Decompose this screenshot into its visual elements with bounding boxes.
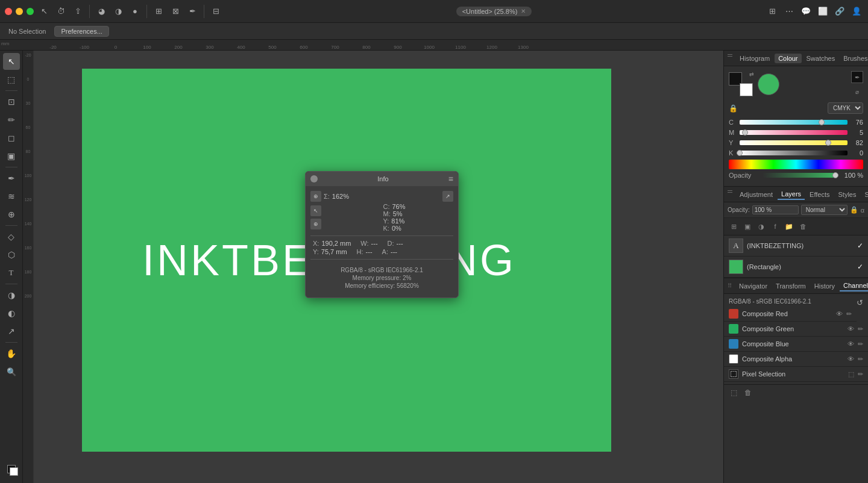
grid-icon[interactable]: ⊞ (152, 5, 165, 18)
ch-green-edit-icon[interactable]: ✏ (858, 325, 863, 333)
channel-pixel-selection[interactable]: Pixel Selection ⬚ ✏ (724, 367, 868, 382)
share-icon[interactable]: ⇧ (71, 5, 84, 18)
ch-red-edit-icon[interactable]: ✏ (846, 310, 852, 318)
ch-alpha-edit-icon[interactable]: ✏ (858, 355, 863, 363)
tab-navigator[interactable]: Navigator (735, 281, 771, 291)
history-tool-icon[interactable]: ⏱ (54, 5, 68, 18)
window-icon[interactable]: ⬜ (816, 5, 829, 18)
y-slider-track[interactable] (740, 140, 848, 145)
user-icon[interactable]: 👤 (850, 5, 863, 18)
tab-histogram[interactable]: Histogram (736, 54, 773, 63)
bottom-drag-handle[interactable]: ⠿ (728, 282, 732, 289)
layer-lock-icon[interactable]: 🔒 (850, 206, 858, 214)
preferences-button[interactable]: Preferences... (54, 26, 108, 37)
tab-styles[interactable]: Styles (835, 190, 860, 199)
tab-brushes[interactable]: Brushes (840, 54, 868, 63)
chat-icon[interactable]: 💬 (799, 5, 813, 18)
panel-drag-handle[interactable] (728, 54, 732, 63)
k-slider-track[interactable] (740, 151, 848, 155)
current-color-circle[interactable] (758, 73, 779, 95)
layer-trash-icon[interactable]: 🗑 (797, 220, 809, 232)
layer-alpha-icon[interactable]: α (861, 207, 864, 214)
paint-tool[interactable]: ✏ (3, 111, 20, 128)
tab-transform[interactable]: Transform (772, 281, 810, 291)
layer-add-pixel-icon[interactable]: ▣ (741, 220, 753, 232)
tab-channels[interactable]: Channels (840, 281, 868, 291)
ch-pixel-edit-icon[interactable]: ✏ (858, 370, 863, 378)
k-slider-thumb[interactable] (737, 150, 743, 156)
background-swatch[interactable] (740, 83, 753, 96)
ch-blue-edit-icon[interactable]: ✏ (858, 340, 863, 348)
color-mode-select[interactable]: CMYK RGB HSL (828, 102, 863, 114)
hand-tool[interactable]: ✋ (3, 345, 20, 362)
channel-composite-alpha[interactable]: Composite Alpha 👁 ✏ (724, 352, 868, 367)
view-icon[interactable]: ⊟ (209, 5, 222, 18)
select-tool[interactable]: ↖ (3, 53, 20, 70)
fullscreen-button[interactable] (27, 8, 34, 15)
ch-green-eye-icon[interactable]: 👁 (848, 325, 854, 332)
close-button[interactable] (5, 8, 12, 15)
gradient-tool[interactable]: ◑ (3, 287, 20, 304)
erase-tool[interactable]: ◻ (3, 129, 20, 146)
tab-stock[interactable]: Stock (861, 190, 868, 199)
ch-alpha-eye-icon[interactable]: 👁 (848, 355, 854, 363)
layer-add-adj-icon[interactable]: f (769, 220, 781, 232)
crop-tool[interactable]: ⊡ (3, 93, 20, 110)
fill-tool[interactable]: ▣ (3, 148, 20, 164)
close-title-icon[interactable]: ✕ (521, 8, 526, 14)
link-icon[interactable]: 🔗 (833, 5, 846, 18)
node-tool[interactable]: ↗ (3, 323, 20, 340)
ch-blue-eye-icon[interactable]: 👁 (848, 340, 854, 347)
tab-swatches[interactable]: Swatches (803, 54, 839, 63)
canvas-content[interactable]: INKTBEZETTING Info ≡ ⊕ Σ: (34, 51, 723, 483)
ch-pixel-marquee-icon[interactable]: ⬚ (848, 370, 854, 378)
channels-refresh-icon[interactable]: ↺ (857, 298, 863, 307)
layer-folder-icon[interactable]: 📁 (783, 220, 795, 232)
dodge-tool[interactable]: ◐ (3, 305, 20, 322)
layer-add-group-icon[interactable]: ⊞ (728, 220, 740, 232)
tab-adjustment[interactable]: Adjustment (736, 190, 776, 199)
tab-effects[interactable]: Effects (806, 190, 833, 199)
opacity-thumb[interactable] (832, 172, 838, 178)
channel-composite-green[interactable]: Composite Green 👁 ✏ (724, 322, 868, 337)
color-spectrum-bar[interactable] (729, 160, 863, 169)
smudge-tool[interactable]: ≋ (3, 188, 20, 205)
tab-layers[interactable]: Layers (778, 189, 805, 200)
eyedropper-tool[interactable]: ✒ (3, 170, 20, 187)
zoom-tool[interactable]: 🔍 (3, 363, 20, 380)
ch-red-eye-icon[interactable]: 👁 (836, 310, 843, 317)
layers-drag-handle[interactable] (728, 190, 732, 199)
swap-icon[interactable]: ⇄ (749, 71, 754, 77)
y-slider-thumb[interactable] (825, 140, 831, 146)
layer-item-text[interactable]: A (INKTBEZETTING) ✓ (724, 235, 868, 257)
layer-rect-visible-check[interactable]: ✓ (857, 263, 863, 271)
lock-icon[interactable]: 🔒 (729, 104, 738, 113)
layer-item-rect[interactable]: (Rectangle) ✓ (724, 257, 868, 278)
c-slider-thumb[interactable] (819, 119, 825, 125)
layer-visible-check[interactable]: ✓ (857, 241, 863, 250)
snap-icon[interactable]: ⊠ (169, 5, 182, 18)
shape-tool[interactable]: ⬡ (3, 246, 20, 263)
m-slider-thumb[interactable] (742, 129, 748, 136)
info-close-button[interactable] (310, 175, 318, 182)
channel-composite-red[interactable]: Composite Red 👁 ✏ (724, 307, 857, 322)
ch-tool-trash[interactable]: 🗑 (742, 387, 754, 399)
minimize-button[interactable] (16, 8, 23, 15)
contrast-icon[interactable]: ◑ (112, 5, 125, 18)
c-slider-track[interactable] (740, 120, 848, 125)
pen-icon[interactable]: ✒ (186, 5, 199, 18)
clone-tool[interactable]: ⊕ (3, 206, 20, 223)
color-picker-icon[interactable]: ✒ (851, 71, 863, 83)
text-tool[interactable]: T (3, 264, 20, 281)
move-tool-icon[interactable]: ↖ (37, 5, 51, 18)
layer-add-mask-icon[interactable]: ◑ (755, 220, 767, 232)
layer-blend-mode[interactable]: Normal (801, 205, 848, 215)
wheel-icon[interactable]: ● (128, 5, 142, 18)
color-eyedropper[interactable]: ⌀ (851, 86, 863, 98)
color-swatch[interactable] (3, 461, 20, 478)
m-slider-track[interactable] (740, 130, 848, 135)
tab-colour[interactable]: Colour (775, 54, 801, 63)
color-icon[interactable]: ◕ (95, 5, 108, 18)
more-icon[interactable]: ⋯ (782, 5, 796, 18)
arrange-icon[interactable]: ⊞ (766, 5, 779, 18)
